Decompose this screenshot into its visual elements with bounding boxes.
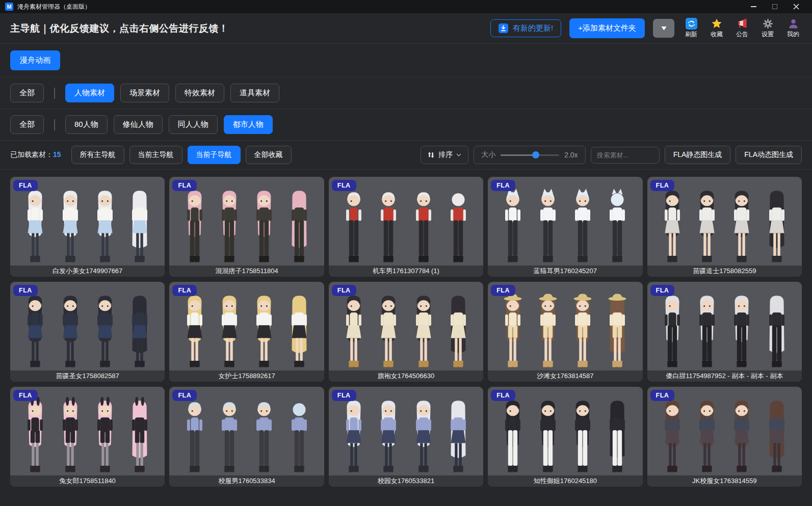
asset-card-title: 旗袍女1764506630 — [329, 370, 483, 382]
collection-manzhou-animation-button[interactable]: 漫舟动画 — [10, 50, 60, 70]
minimize-button[interactable] — [743, 0, 764, 13]
user-icon — [788, 18, 799, 30]
character-figure — [762, 187, 792, 264]
toolbar: 已加载素材：15 所有主导航 当前主导航 当前子导航 全部收藏 排序 大小 2.… — [0, 141, 812, 170]
asset-card[interactable]: FLA 傻白甜11754987952 - 副本 - 副本 - 副本 — [647, 282, 802, 382]
announcement-label: 公告 — [736, 30, 748, 39]
filter-all-main-nav-button[interactable]: 所有主导航 — [71, 146, 124, 164]
chevron-down-icon — [456, 153, 461, 157]
add-material-folder-button[interactable]: +添加素材文件夹 — [569, 18, 645, 38]
separator — [54, 88, 55, 99]
asset-card[interactable]: FLA 苗疆圣女1758082587 — [10, 282, 165, 382]
refresh-icon — [686, 18, 697, 30]
asset-card[interactable]: FLA 女护士1758892617 — [169, 282, 324, 382]
asset-card[interactable]: FLA 机车男1761307784 (1) — [329, 177, 483, 277]
character-figure — [409, 187, 438, 264]
asset-card[interactable]: FLA 沙滩女1763814587 — [488, 282, 642, 382]
gear-icon — [762, 18, 774, 30]
asset-card[interactable]: FLA 白发小美女1749907667 — [10, 177, 165, 277]
favorites-label: 收藏 — [711, 30, 723, 39]
size-label: 大小 — [481, 150, 495, 159]
fla-badge: FLA — [332, 390, 356, 401]
character-figure — [180, 292, 209, 369]
app-icon: M — [5, 3, 13, 11]
asset-card-title: 校园女1760533821 — [329, 475, 483, 487]
asset-card[interactable]: FLA 兔女郎1758511840 — [10, 387, 165, 487]
refresh-button[interactable]: 刷新 — [683, 18, 700, 39]
category-tab-characters[interactable]: 人物素材 — [65, 84, 114, 102]
sub-tab-fan[interactable]: 同人人物 — [169, 115, 218, 134]
refresh-label: 刷新 — [685, 30, 697, 39]
character-figure — [20, 187, 50, 264]
character-figure — [90, 397, 120, 474]
fla-badge: FLA — [172, 180, 197, 191]
asset-card-title: 校服男1760533834 — [169, 475, 324, 487]
toolbar-right: 排序 大小 2.0x FLA静态图生成 FLA动态图生成 — [421, 146, 802, 164]
window-controls — [743, 0, 807, 13]
asset-card[interactable]: FLA 苗疆道士1758082559 — [647, 177, 802, 277]
update-available-button[interactable]: 有新的更新! — [490, 19, 561, 37]
sort-icon — [428, 151, 435, 159]
sort-button[interactable]: 排序 — [421, 146, 468, 164]
announcement-button[interactable]: 公告 — [734, 18, 751, 39]
character-figure — [409, 292, 438, 369]
filter-current-main-nav-button[interactable]: 当前主导航 — [129, 146, 182, 164]
asset-grid: FLA 白发小美女1749907667 FLA 混混痞子1758511804 F… — [0, 170, 812, 493]
character-figure — [498, 397, 528, 474]
search-input[interactable] — [591, 147, 660, 164]
slider-thumb[interactable] — [532, 151, 539, 158]
sub-tab-xiuxian[interactable]: 修仙人物 — [114, 115, 163, 134]
asset-card[interactable]: FLA 校服男1760533834 — [169, 387, 324, 487]
fla-badge: FLA — [172, 285, 197, 296]
folder-dropdown-button[interactable] — [653, 19, 674, 38]
settings-label: 设置 — [762, 30, 774, 39]
fla-badge: FLA — [650, 390, 675, 401]
character-figure — [249, 292, 279, 369]
character-figure — [339, 187, 369, 264]
maximize-button[interactable] — [764, 0, 785, 13]
asset-card[interactable]: FLA JK校服女1763814559 — [647, 387, 802, 487]
character-figure — [215, 187, 244, 264]
favorites-button[interactable]: 收藏 — [708, 18, 725, 39]
fla-badge: FLA — [13, 180, 38, 191]
profile-button[interactable]: 我的 — [784, 18, 802, 39]
close-button[interactable] — [785, 0, 807, 13]
sub-tab-urban[interactable]: 都市人物 — [224, 115, 273, 134]
asset-card-title: 知性御姐1760245180 — [488, 475, 642, 487]
category-tab-effects[interactable]: 特效素材 — [175, 84, 224, 102]
character-figure — [692, 187, 722, 264]
page-title: 主导航｜优化反馈建议，点击右侧公告进行反馈！ — [10, 22, 229, 35]
fla-static-generate-button[interactable]: FLA静态图生成 — [665, 146, 731, 164]
update-available-label: 有新的更新! — [513, 23, 553, 33]
fla-badge: FLA — [650, 180, 675, 191]
filter-current-sub-nav-button[interactable]: 当前子导航 — [188, 146, 241, 164]
character-figure — [284, 187, 314, 264]
filter-all-favorites-button[interactable]: 全部收藏 — [246, 146, 292, 164]
size-slider[interactable] — [501, 151, 559, 158]
maximize-icon — [772, 4, 777, 9]
profile-label: 我的 — [787, 30, 799, 39]
asset-card[interactable]: FLA 知性御姐1760245180 — [488, 387, 642, 487]
character-figure — [215, 397, 244, 474]
settings-button[interactable]: 设置 — [759, 18, 776, 39]
character-figure — [125, 292, 154, 369]
category-tab-all[interactable]: 全部 — [10, 84, 44, 102]
character-figure — [284, 292, 314, 369]
sub-tab-row: 全部 80人物 修仙人物 同人人物 都市人物 — [0, 109, 812, 141]
asset-card[interactable]: FLA 混混痞子1758511804 — [169, 177, 324, 277]
category-tab-props[interactable]: 道具素材 — [230, 84, 279, 102]
character-figure — [374, 187, 403, 264]
sub-tab-80characters[interactable]: 80人物 — [65, 115, 108, 134]
asset-card-title: 机车男1761307784 (1) — [329, 265, 483, 277]
megaphone-icon — [736, 18, 748, 30]
sub-tab-all[interactable]: 全部 — [10, 115, 44, 134]
asset-card[interactable]: FLA 校园女1760533821 — [329, 387, 483, 487]
fla-dynamic-generate-button[interactable]: FLA动态图生成 — [736, 146, 802, 164]
character-figure — [180, 187, 209, 264]
fla-badge: FLA — [13, 390, 38, 401]
slider-fill — [501, 154, 536, 156]
character-figure — [56, 397, 85, 474]
category-tab-scenes[interactable]: 场景素材 — [120, 84, 169, 102]
asset-card[interactable]: FLA 旗袍女1764506630 — [329, 282, 483, 382]
asset-card[interactable]: FLA 蓝猫耳男1760245207 — [488, 177, 642, 277]
